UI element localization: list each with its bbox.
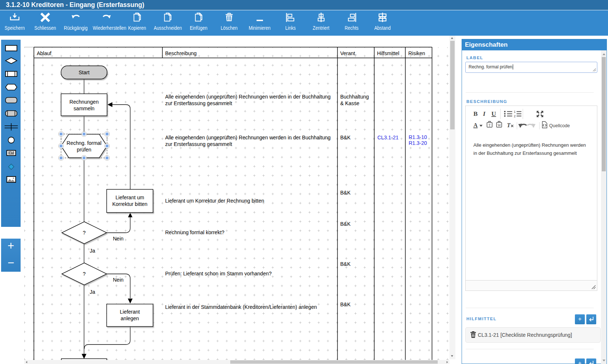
svg-text:Ja: Ja xyxy=(90,248,95,254)
svg-text:?: ? xyxy=(83,271,86,277)
svg-text:Beschreibung: Beschreibung xyxy=(165,50,197,56)
svg-text:Quellcode: Quellcode xyxy=(549,123,570,128)
svg-text:anlegen: anlegen xyxy=(121,315,139,321)
svg-text:T: T xyxy=(507,122,511,128)
svg-text:Start: Start xyxy=(79,69,90,75)
svg-text:B: B xyxy=(473,110,478,117)
svg-text:2: 2 xyxy=(514,114,516,118)
svg-text:Rechng. formal: Rechng. formal xyxy=(67,140,102,146)
svg-text:W: W xyxy=(498,124,501,127)
svg-text:Korrektur bitten: Korrektur bitten xyxy=(112,201,147,207)
svg-text:Rechnungen: Rechnungen xyxy=(70,99,99,105)
svg-text:I: I xyxy=(483,110,486,117)
svg-text:1: 1 xyxy=(514,110,516,114)
svg-text:Ablauf: Ablauf xyxy=(37,50,51,56)
svg-text:Hilfsmittel: Hilfsmittel xyxy=(377,50,399,56)
svg-text:T: T xyxy=(488,124,491,127)
svg-text:Lieferant um: Lieferant um xyxy=(115,195,144,200)
svg-text:Lieferant: Lieferant xyxy=(120,309,140,315)
svg-text:Risiken: Risiken xyxy=(408,50,425,56)
svg-text:Verant.: Verant. xyxy=(340,50,356,56)
svg-text:Nein: Nein xyxy=(113,236,124,242)
svg-text:?: ? xyxy=(83,230,86,236)
svg-text:Ja: Ja xyxy=(90,289,95,295)
svg-text:Nein: Nein xyxy=(113,277,124,283)
svg-text:sammeln: sammeln xyxy=(74,106,95,111)
svg-text:U: U xyxy=(491,110,496,117)
svg-text:A: A xyxy=(473,122,478,128)
svg-text:prüfen: prüfen xyxy=(77,147,92,153)
